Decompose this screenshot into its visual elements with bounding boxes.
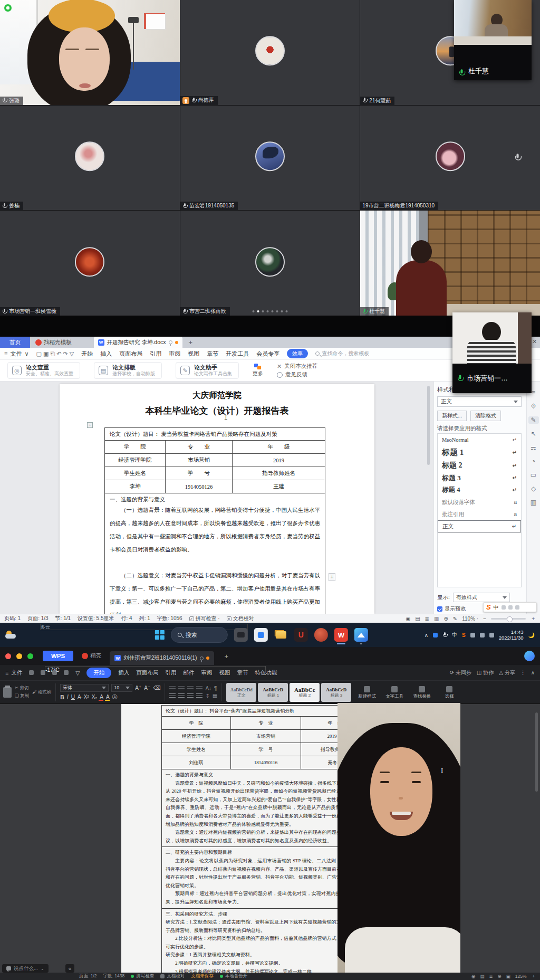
ime-toolbar[interactable]: S 中 — [483, 602, 537, 612]
tray-expand-icon[interactable]: ∧ — [425, 632, 428, 638]
feedback-button[interactable]: 意见反馈 — [277, 371, 317, 378]
new-style-button[interactable]: 新样式... — [437, 411, 467, 421]
app-icon-browser[interactable] — [314, 628, 328, 642]
strikethrough-button[interactable]: A̶ — [78, 694, 81, 700]
doc-scrollbar[interactable] — [535, 712, 538, 792]
app-icon-photos[interactable] — [354, 628, 368, 642]
bullet-list-icon[interactable] — [169, 686, 176, 691]
indent-icon[interactable] — [196, 686, 202, 691]
participant-tile[interactable]: 19市营二班杨梅君1914050310 — [360, 106, 540, 211]
close-traffic-light[interactable] — [5, 653, 11, 659]
zoom-out-button[interactable]: − — [483, 616, 486, 622]
document-page[interactable]: 大庆师范学院 本科生毕业论文（设计）开题报告表 + 论文（设计）题目： 麦当劳权… — [60, 384, 374, 614]
page-view-icon[interactable]: ▤ — [415, 616, 420, 622]
select-icon[interactable]: ↖ — [531, 430, 536, 437]
style-item[interactable]: 标题 1↵ — [438, 446, 521, 459]
subscript-button[interactable]: X₂ — [92, 694, 98, 700]
sort-icon[interactable]: A↓ — [205, 686, 211, 691]
menu-item[interactable]: 章节 — [207, 350, 218, 358]
fit-icon[interactable]: ▣ — [506, 974, 510, 979]
collapse-toolbar-button[interactable]: « — [65, 964, 74, 973]
minimize-traffic-light[interactable] — [16, 653, 22, 659]
zoom-level[interactable]: 110% · — [462, 616, 478, 622]
style-item[interactable]: 批注引用a — [438, 508, 521, 520]
tab-document[interactable]: W 刘佳琪市营2班1814050116(1) — [110, 651, 214, 665]
clear-format-button[interactable]: 清除格式 — [470, 411, 501, 421]
share-button[interactable]: △ 分享 — [499, 669, 515, 677]
paper-assistant-button[interactable]: ✎ 论文助手论文写作工具合集 — [176, 362, 239, 379]
card-icon[interactable]: ▭ — [531, 471, 536, 479]
style-chip-selected[interactable]: AaBbCc标题 2 — [290, 683, 320, 702]
menu-item[interactable]: 引用 — [150, 350, 161, 358]
maximize-traffic-light[interactable] — [27, 653, 33, 659]
backup-status[interactable]: 本地备份开 — [220, 973, 248, 979]
zoom-in-button[interactable]: ＋ — [532, 973, 536, 979]
style-item[interactable]: 标题 2↵ — [438, 459, 521, 472]
style-chip[interactable]: AaBbCcDd正文 — [226, 683, 256, 702]
globe-icon[interactable]: ⊕ — [498, 974, 502, 979]
paper-check-button[interactable]: ◎ 论文查重安全、精准、高效查重 — [7, 362, 80, 379]
copy-button[interactable]: ❏ 复制 — [15, 693, 29, 699]
proofread-toggle[interactable]: ✕ 文档校对 — [227, 615, 254, 622]
eye-protect-icon[interactable]: ◉ — [471, 974, 475, 979]
panel-list-icon[interactable]: ≡ — [532, 389, 535, 396]
italic-button[interactable]: I — [67, 694, 69, 700]
floating-video-top[interactable]: 杜千慧 — [454, 0, 532, 80]
style-chip[interactable]: AaBbCcD标题 1 — [258, 683, 288, 702]
menu-item[interactable]: 视图 — [188, 350, 199, 358]
justify-icon[interactable] — [196, 693, 202, 698]
font-size-select[interactable]: 10 — [111, 684, 132, 692]
menu-item[interactable]: 开发工具 — [226, 350, 249, 358]
start-button[interactable] — [155, 630, 165, 640]
menu-item[interactable]: 页面布局 — [119, 350, 142, 358]
current-style-dropdown[interactable]: 正文 — [437, 396, 522, 407]
tab-home[interactable]: 首页 — [0, 337, 30, 348]
paper-typeset-button[interactable]: ▤ 论文排版选择学校，自动排版 — [94, 362, 162, 379]
unsaved-status[interactable]: 文档未保存 — [191, 973, 214, 979]
app-icon-wps-active[interactable]: W — [334, 628, 348, 642]
collab-button[interactable]: ◫ 协作 — [477, 669, 494, 677]
pilcrow-icon[interactable]: ¶ — [214, 686, 217, 691]
select-button[interactable]: 选择 — [438, 686, 461, 699]
collapse-ribbon-icon[interactable]: ∧ — [531, 670, 535, 675]
menu-item[interactable]: 开始 — [81, 350, 93, 358]
wifi-icon[interactable] — [470, 633, 475, 638]
pin-icon[interactable] — [200, 656, 204, 660]
ime-icon[interactable] — [508, 605, 513, 610]
text-tools-button[interactable]: 文字工具 — [383, 686, 406, 699]
zoom-level[interactable]: 125% — [515, 974, 527, 979]
zoom-slider[interactable] — [491, 618, 526, 620]
command-search[interactable]: 查找命令，搜索模板 — [315, 350, 369, 357]
history-icon[interactable]: ◔ — [532, 458, 535, 465]
sogou-tray-icon[interactable]: S — [462, 632, 466, 638]
participant-tile[interactable]: 尚德萍 — [180, 0, 360, 105]
cut-button[interactable]: ✂ 剪切 — [15, 685, 29, 691]
app-icon-office[interactable]: U — [294, 628, 308, 642]
book-icon[interactable]: ▥ — [531, 499, 536, 506]
superscript-button[interactable]: X² — [84, 694, 89, 700]
eye-protect-icon[interactable]: ◉ — [406, 616, 410, 622]
adjust-icon[interactable]: ⚎ — [531, 444, 536, 451]
menu-item[interactable]: 审阅 — [169, 350, 180, 358]
find-replace-button[interactable]: 查找替换 — [410, 686, 433, 699]
tag-icon[interactable]: ◇ — [531, 485, 536, 492]
notification-icon[interactable]: 🌙 — [528, 632, 535, 638]
outdent-icon[interactable] — [187, 686, 194, 691]
pin-icon[interactable] — [169, 340, 172, 344]
floating-video-mid[interactable]: 市场营销一… — [452, 312, 532, 393]
new-tab-button[interactable]: + — [219, 652, 234, 660]
participant-tile[interactable]: 市场营销一班侯雪薇 — [0, 211, 180, 316]
style-item[interactable]: MsoNormal↵ — [438, 434, 521, 446]
style-chip[interactable]: AaBbCcD标题 3 — [321, 683, 351, 702]
globe-icon[interactable]: ⊕ — [443, 616, 448, 622]
sync-status[interactable]: ⟳ 未同步 — [450, 669, 471, 677]
pen-icon[interactable] — [489, 633, 494, 638]
clear-format-button[interactable]: ⌫ — [153, 685, 160, 691]
show-preview-checkbox[interactable]: 显示预览 — [437, 605, 466, 613]
proofread-toggle[interactable]: 文档校对 — [160, 973, 185, 979]
align-left-icon[interactable] — [169, 693, 176, 698]
zoom-in-button[interactable]: ＋ — [531, 615, 536, 622]
file-menu[interactable]: ≡ 文件 ∨ — [4, 350, 28, 358]
table-move-handle[interactable]: + — [87, 422, 93, 428]
menu-item[interactable]: 会员专享 — [256, 350, 279, 358]
